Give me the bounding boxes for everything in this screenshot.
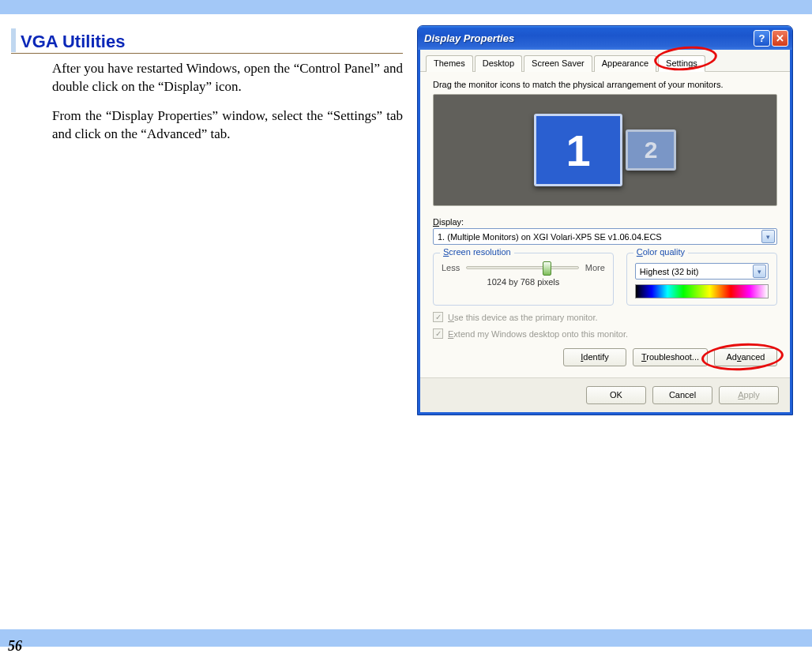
group-screen-resolution: Screen resolution Less More 1024 by 768 …: [433, 253, 614, 306]
monitor-1[interactable]: 1: [534, 114, 622, 186]
help-button[interactable]: ?: [754, 30, 770, 47]
chevron-down-icon: ▾: [753, 265, 766, 278]
titlebar[interactable]: Display Properties ? ✕: [418, 26, 792, 50]
monitor-arrangement-area[interactable]: 1 2: [433, 94, 777, 206]
troubleshoot-button[interactable]: Troubleshoot...: [633, 348, 708, 366]
advanced-button[interactable]: Advanced: [714, 348, 777, 366]
paragraph-2: From the “Display Properties” window, se…: [52, 107, 403, 144]
display-label: Display:: [433, 217, 777, 227]
page-header-bar: [0, 0, 812, 14]
identify-button[interactable]: Identify: [563, 348, 626, 366]
chevron-down-icon: ▾: [761, 230, 775, 243]
tab-themes[interactable]: Themes: [426, 55, 473, 72]
slider-more-label: More: [585, 263, 605, 272]
resolution-slider[interactable]: [466, 266, 578, 269]
checkbox-icon: ✓: [433, 328, 443, 339]
ok-button[interactable]: OK: [586, 386, 646, 404]
apply-button: Apply: [719, 386, 779, 404]
tab-screensaver[interactable]: Screen Saver: [524, 55, 592, 72]
section-heading-row: VGA Utilities: [11, 25, 403, 54]
tab-desktop[interactable]: Desktop: [475, 55, 522, 72]
heading-marker: [11, 28, 16, 52]
checkbox-extend-desktop: ✓ Extend my Windows desktop onto this mo…: [433, 328, 777, 339]
page-footer-bar: [0, 629, 812, 647]
display-properties-window: Display Properties ? ✕ Themes Desktop Sc…: [417, 25, 793, 415]
group-title-resolution: Screen resolution: [440, 247, 514, 257]
resolution-value: 1024 by 768 pixels: [442, 277, 605, 287]
section-heading: VGA Utilities: [21, 32, 125, 52]
display-select[interactable]: 1. (Multiple Monitors) on XGI Volari-XP5…: [433, 228, 777, 245]
group-color-quality: Color quality Highest (32 bit) ▾: [626, 253, 777, 306]
paragraph-1: After you have restarted Windows, open t…: [52, 60, 403, 96]
monitor-1-label: 1: [566, 125, 590, 176]
page-number: 56: [8, 638, 22, 653]
checkbox-primary-monitor: ✓ Use this device as the primary monitor…: [433, 312, 777, 322]
color-gradient-strip: [635, 284, 769, 298]
color-quality-select[interactable]: Highest (32 bit) ▾: [635, 263, 769, 280]
tab-settings[interactable]: Settings: [658, 55, 705, 72]
monitor-2-label: 2: [645, 137, 658, 163]
window-title: Display Properties: [424, 32, 752, 44]
cancel-button[interactable]: Cancel: [652, 386, 712, 404]
color-quality-value: Highest (32 bit): [640, 267, 699, 276]
close-button[interactable]: ✕: [772, 30, 788, 47]
group-title-color: Color quality: [633, 247, 688, 257]
drag-instruction: Drag the monitor icons to match the phys…: [433, 80, 777, 89]
tabs-row: Themes Desktop Screen Saver Appearance S…: [420, 50, 790, 72]
display-select-value: 1. (Multiple Monitors) on XGI Volari-XP5…: [438, 232, 662, 242]
help-icon: ?: [759, 32, 765, 44]
slider-less-label: Less: [442, 263, 460, 272]
tab-appearance[interactable]: Appearance: [594, 55, 656, 72]
checkbox-icon: ✓: [433, 312, 443, 322]
close-icon: ✕: [776, 32, 784, 44]
monitor-2[interactable]: 2: [626, 129, 676, 171]
slider-thumb[interactable]: [543, 261, 551, 276]
